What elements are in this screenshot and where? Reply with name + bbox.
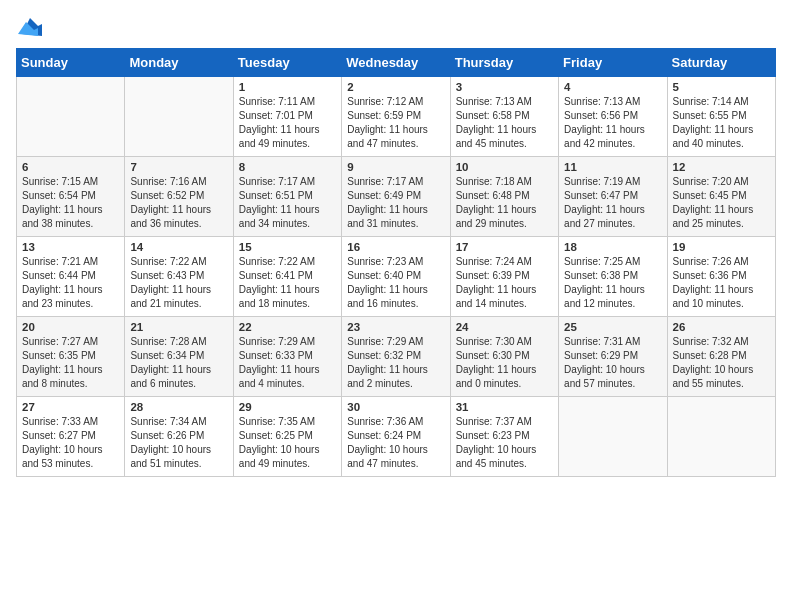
weekday-header-saturday: Saturday [667, 49, 775, 77]
cell-sun-info: Sunrise: 7:29 AMSunset: 6:32 PMDaylight:… [347, 335, 444, 391]
day-number: 12 [673, 161, 770, 173]
weekday-header-wednesday: Wednesday [342, 49, 450, 77]
cell-sun-info: Sunrise: 7:14 AMSunset: 6:55 PMDaylight:… [673, 95, 770, 151]
day-number: 29 [239, 401, 336, 413]
day-number: 23 [347, 321, 444, 333]
cell-sun-info: Sunrise: 7:15 AMSunset: 6:54 PMDaylight:… [22, 175, 119, 231]
cell-sun-info: Sunrise: 7:33 AMSunset: 6:27 PMDaylight:… [22, 415, 119, 471]
day-number: 24 [456, 321, 553, 333]
calendar-cell: 9Sunrise: 7:17 AMSunset: 6:49 PMDaylight… [342, 157, 450, 237]
cell-sun-info: Sunrise: 7:22 AMSunset: 6:43 PMDaylight:… [130, 255, 227, 311]
calendar-cell: 20Sunrise: 7:27 AMSunset: 6:35 PMDayligh… [17, 317, 125, 397]
day-number: 31 [456, 401, 553, 413]
calendar-cell [667, 397, 775, 477]
week-row-2: 6Sunrise: 7:15 AMSunset: 6:54 PMDaylight… [17, 157, 776, 237]
calendar-cell: 4Sunrise: 7:13 AMSunset: 6:56 PMDaylight… [559, 77, 667, 157]
day-number: 4 [564, 81, 661, 93]
calendar-cell: 23Sunrise: 7:29 AMSunset: 6:32 PMDayligh… [342, 317, 450, 397]
calendar-cell: 25Sunrise: 7:31 AMSunset: 6:29 PMDayligh… [559, 317, 667, 397]
calendar-cell: 8Sunrise: 7:17 AMSunset: 6:51 PMDaylight… [233, 157, 341, 237]
cell-sun-info: Sunrise: 7:36 AMSunset: 6:24 PMDaylight:… [347, 415, 444, 471]
calendar-cell [17, 77, 125, 157]
day-number: 7 [130, 161, 227, 173]
cell-sun-info: Sunrise: 7:19 AMSunset: 6:47 PMDaylight:… [564, 175, 661, 231]
calendar-cell: 26Sunrise: 7:32 AMSunset: 6:28 PMDayligh… [667, 317, 775, 397]
day-number: 8 [239, 161, 336, 173]
day-number: 26 [673, 321, 770, 333]
cell-sun-info: Sunrise: 7:28 AMSunset: 6:34 PMDaylight:… [130, 335, 227, 391]
day-number: 14 [130, 241, 227, 253]
day-number: 17 [456, 241, 553, 253]
cell-sun-info: Sunrise: 7:20 AMSunset: 6:45 PMDaylight:… [673, 175, 770, 231]
calendar-cell: 1Sunrise: 7:11 AMSunset: 7:01 PMDaylight… [233, 77, 341, 157]
calendar-cell: 19Sunrise: 7:26 AMSunset: 6:36 PMDayligh… [667, 237, 775, 317]
day-number: 27 [22, 401, 119, 413]
cell-sun-info: Sunrise: 7:11 AMSunset: 7:01 PMDaylight:… [239, 95, 336, 151]
cell-sun-info: Sunrise: 7:25 AMSunset: 6:38 PMDaylight:… [564, 255, 661, 311]
calendar-cell: 24Sunrise: 7:30 AMSunset: 6:30 PMDayligh… [450, 317, 558, 397]
day-number: 28 [130, 401, 227, 413]
calendar-cell: 30Sunrise: 7:36 AMSunset: 6:24 PMDayligh… [342, 397, 450, 477]
cell-sun-info: Sunrise: 7:17 AMSunset: 6:51 PMDaylight:… [239, 175, 336, 231]
day-number: 22 [239, 321, 336, 333]
weekday-header-thursday: Thursday [450, 49, 558, 77]
cell-sun-info: Sunrise: 7:17 AMSunset: 6:49 PMDaylight:… [347, 175, 444, 231]
cell-sun-info: Sunrise: 7:12 AMSunset: 6:59 PMDaylight:… [347, 95, 444, 151]
cell-sun-info: Sunrise: 7:24 AMSunset: 6:39 PMDaylight:… [456, 255, 553, 311]
day-number: 30 [347, 401, 444, 413]
week-row-5: 27Sunrise: 7:33 AMSunset: 6:27 PMDayligh… [17, 397, 776, 477]
week-row-4: 20Sunrise: 7:27 AMSunset: 6:35 PMDayligh… [17, 317, 776, 397]
calendar-cell: 7Sunrise: 7:16 AMSunset: 6:52 PMDaylight… [125, 157, 233, 237]
week-row-1: 1Sunrise: 7:11 AMSunset: 7:01 PMDaylight… [17, 77, 776, 157]
weekday-header-tuesday: Tuesday [233, 49, 341, 77]
cell-sun-info: Sunrise: 7:18 AMSunset: 6:48 PMDaylight:… [456, 175, 553, 231]
day-number: 3 [456, 81, 553, 93]
weekday-header-row: SundayMondayTuesdayWednesdayThursdayFrid… [17, 49, 776, 77]
day-number: 21 [130, 321, 227, 333]
week-row-3: 13Sunrise: 7:21 AMSunset: 6:44 PMDayligh… [17, 237, 776, 317]
calendar-cell: 27Sunrise: 7:33 AMSunset: 6:27 PMDayligh… [17, 397, 125, 477]
cell-sun-info: Sunrise: 7:26 AMSunset: 6:36 PMDaylight:… [673, 255, 770, 311]
calendar-cell: 6Sunrise: 7:15 AMSunset: 6:54 PMDaylight… [17, 157, 125, 237]
day-number: 11 [564, 161, 661, 173]
calendar-cell: 17Sunrise: 7:24 AMSunset: 6:39 PMDayligh… [450, 237, 558, 317]
calendar-cell: 22Sunrise: 7:29 AMSunset: 6:33 PMDayligh… [233, 317, 341, 397]
calendar-cell: 15Sunrise: 7:22 AMSunset: 6:41 PMDayligh… [233, 237, 341, 317]
cell-sun-info: Sunrise: 7:31 AMSunset: 6:29 PMDaylight:… [564, 335, 661, 391]
cell-sun-info: Sunrise: 7:13 AMSunset: 6:56 PMDaylight:… [564, 95, 661, 151]
day-number: 25 [564, 321, 661, 333]
calendar-cell: 11Sunrise: 7:19 AMSunset: 6:47 PMDayligh… [559, 157, 667, 237]
cell-sun-info: Sunrise: 7:22 AMSunset: 6:41 PMDaylight:… [239, 255, 336, 311]
calendar-cell [559, 397, 667, 477]
calendar-cell: 18Sunrise: 7:25 AMSunset: 6:38 PMDayligh… [559, 237, 667, 317]
day-number: 10 [456, 161, 553, 173]
cell-sun-info: Sunrise: 7:29 AMSunset: 6:33 PMDaylight:… [239, 335, 336, 391]
cell-sun-info: Sunrise: 7:23 AMSunset: 6:40 PMDaylight:… [347, 255, 444, 311]
calendar-cell: 28Sunrise: 7:34 AMSunset: 6:26 PMDayligh… [125, 397, 233, 477]
day-number: 16 [347, 241, 444, 253]
page-header [16, 16, 776, 36]
calendar-cell: 13Sunrise: 7:21 AMSunset: 6:44 PMDayligh… [17, 237, 125, 317]
day-number: 15 [239, 241, 336, 253]
calendar-cell: 2Sunrise: 7:12 AMSunset: 6:59 PMDaylight… [342, 77, 450, 157]
cell-sun-info: Sunrise: 7:35 AMSunset: 6:25 PMDaylight:… [239, 415, 336, 471]
day-number: 6 [22, 161, 119, 173]
day-number: 20 [22, 321, 119, 333]
calendar-cell: 29Sunrise: 7:35 AMSunset: 6:25 PMDayligh… [233, 397, 341, 477]
day-number: 13 [22, 241, 119, 253]
cell-sun-info: Sunrise: 7:27 AMSunset: 6:35 PMDaylight:… [22, 335, 119, 391]
calendar-cell [125, 77, 233, 157]
cell-sun-info: Sunrise: 7:16 AMSunset: 6:52 PMDaylight:… [130, 175, 227, 231]
weekday-header-sunday: Sunday [17, 49, 125, 77]
cell-sun-info: Sunrise: 7:13 AMSunset: 6:58 PMDaylight:… [456, 95, 553, 151]
calendar-cell: 21Sunrise: 7:28 AMSunset: 6:34 PMDayligh… [125, 317, 233, 397]
calendar-cell: 12Sunrise: 7:20 AMSunset: 6:45 PMDayligh… [667, 157, 775, 237]
day-number: 19 [673, 241, 770, 253]
day-number: 5 [673, 81, 770, 93]
calendar-table: SundayMondayTuesdayWednesdayThursdayFrid… [16, 48, 776, 477]
logo [16, 16, 42, 36]
day-number: 2 [347, 81, 444, 93]
calendar-cell: 14Sunrise: 7:22 AMSunset: 6:43 PMDayligh… [125, 237, 233, 317]
calendar-cell: 3Sunrise: 7:13 AMSunset: 6:58 PMDaylight… [450, 77, 558, 157]
day-number: 1 [239, 81, 336, 93]
